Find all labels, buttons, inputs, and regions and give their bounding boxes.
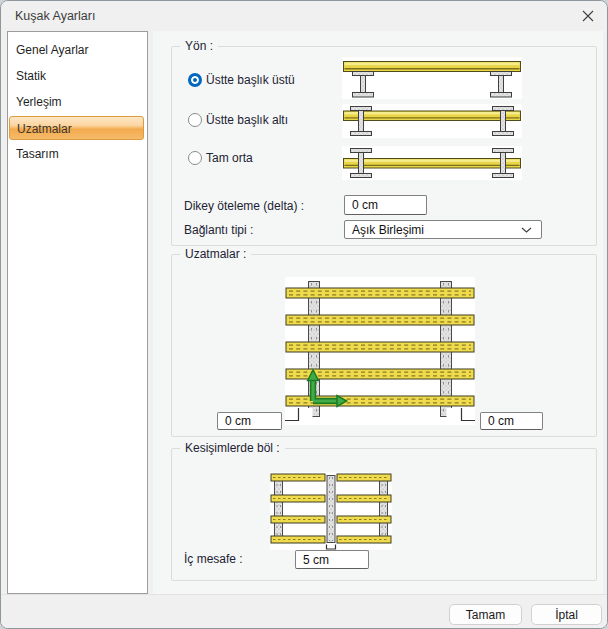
radio-top-flange-bottom-label: Üstte başlık altı (206, 111, 288, 129)
extensions-diagram (285, 277, 475, 425)
dialog-footer: Tamam İptal (1, 594, 607, 629)
extension-right-input[interactable] (480, 412, 543, 430)
window-title: Kuşak Ayarları (15, 1, 95, 31)
beam-at-middle-diagram (342, 146, 522, 180)
split-group-title: Kesişimlerde böl : (180, 441, 285, 456)
settings-nav: Genel Ayarlar Statik Yerleşim Uzatmalar … (7, 31, 148, 594)
split-at-intersections-group: Kesişimlerde böl : (171, 448, 597, 581)
split-intersections-diagram (270, 472, 392, 550)
delta-label: Dikey öteleme (delta) : (184, 197, 304, 215)
sidebar-item-tasarim[interactable]: Tasarım (8, 141, 147, 167)
radio-full-middle-label: Tam orta (206, 149, 253, 167)
connection-type-label: Bağlantı tipi : (184, 221, 253, 239)
direction-group-title: Yön : (180, 39, 218, 54)
inner-distance-label: İç mesafe : (184, 550, 243, 568)
direction-group: Yön : Üstte başlık üstü Üstte başlık alt… (171, 46, 597, 246)
radio-top-flange-bottom[interactable] (188, 113, 202, 127)
extensions-group: Uzatmalar : (171, 254, 597, 437)
beam-on-top-flange-diagram (342, 57, 522, 99)
sidebar-item-uzatmalar[interactable]: Uzatmalar (9, 116, 144, 140)
close-icon (582, 10, 594, 22)
girt-settings-dialog: Kuşak Ayarları Genel Ayarlar Statik Yerl… (0, 0, 608, 629)
radio-top-flange-top-label: Üstte başlık üstü (206, 71, 295, 89)
chevron-down-icon (521, 226, 532, 233)
close-button[interactable] (577, 7, 599, 25)
ok-button[interactable]: Tamam (449, 604, 522, 625)
delta-input[interactable] (344, 195, 427, 215)
radio-full-middle[interactable] (188, 151, 202, 165)
radio-top-flange-top[interactable] (188, 73, 202, 87)
sidebar-item-yerlesim[interactable]: Yerleşim (8, 89, 147, 115)
titlebar: Kuşak Ayarları (1, 1, 607, 31)
cancel-button[interactable]: İptal (531, 604, 602, 625)
sidebar-item-statik[interactable]: Statik (8, 63, 147, 89)
inner-distance-input[interactable] (295, 550, 369, 569)
sidebar-item-genel-ayarlar[interactable]: Genel Ayarlar (8, 37, 147, 63)
beam-under-top-flange-diagram (342, 104, 522, 138)
settings-page-uzatmalar: Yön : Üstte başlık üstü Üstte başlık alt… (153, 31, 603, 594)
extensions-group-title: Uzatmalar : (180, 247, 251, 262)
connection-type-value: Aşık Birleşimi (352, 223, 424, 237)
connection-type-dropdown[interactable]: Aşık Birleşimi (344, 220, 542, 239)
extension-left-input[interactable] (217, 412, 282, 430)
